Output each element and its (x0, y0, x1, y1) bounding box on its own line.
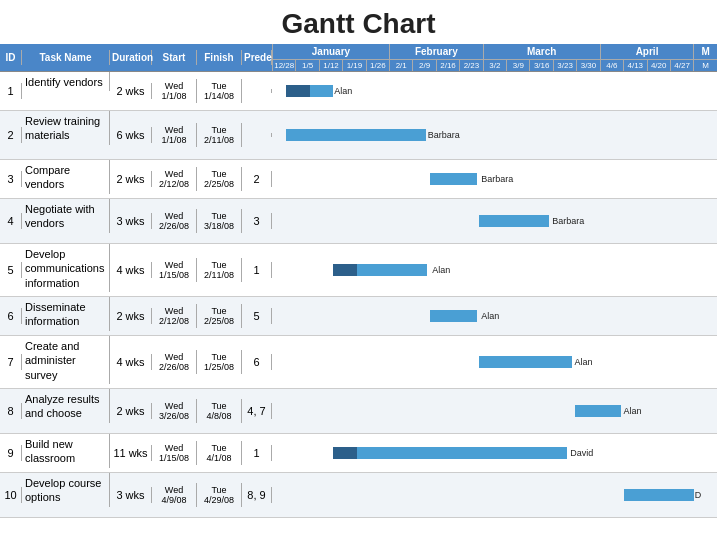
task-start: Wed 1/1/08 (152, 123, 197, 147)
task-start: Wed 1/1/08 (152, 79, 197, 103)
task-duration: 4 wks (110, 354, 152, 370)
task-duration: 3 wks (110, 213, 152, 229)
task-duration: 11 wks (110, 445, 152, 461)
week-label: 2/9 (412, 60, 435, 71)
task-start: Wed 4/9/08 (152, 483, 197, 507)
month-m: M (693, 44, 717, 59)
gantt-bar-dark (333, 264, 357, 276)
bar-label: Alan (481, 311, 499, 321)
table-row: 1 Identify vendors 2 wks Wed 1/1/08 Tue … (0, 72, 717, 111)
month-feb: February (389, 44, 483, 59)
task-gantt: Alan (272, 297, 717, 335)
week-label: 1/26 (366, 60, 389, 71)
header-start: Start (152, 50, 197, 65)
header-task: Task Name (22, 50, 110, 65)
header-finish: Finish (197, 50, 242, 65)
bar-label: D (695, 490, 702, 500)
task-start: Wed 1/15/08 (152, 441, 197, 465)
table-row: 8 Analyze results and choose 2 wks Wed 3… (0, 389, 717, 434)
task-pred: 1 (242, 262, 272, 278)
task-name: Review training materials (22, 111, 110, 145)
week-label: 3/23 (553, 60, 576, 71)
gantt-bar (430, 310, 477, 322)
task-id: 1 (0, 83, 22, 99)
week-label: M (693, 60, 716, 71)
task-pred (242, 133, 272, 137)
task-name: Disseminate information (22, 297, 110, 331)
task-gantt: David (272, 434, 717, 472)
month-apr: April (600, 44, 694, 59)
task-pred (242, 89, 272, 93)
table-row: 6 Disseminate information 2 wks Wed 2/12… (0, 297, 717, 336)
task-id: 9 (0, 445, 22, 461)
gantt-bar (286, 129, 426, 141)
week-label: 4/13 (623, 60, 646, 71)
header-duration: Duration (110, 50, 152, 65)
gantt-bar-dark (333, 447, 357, 459)
page-title: Gantt Chart (0, 0, 717, 44)
task-start: Wed 2/26/08 (152, 350, 197, 374)
bar-label: Barbara (428, 130, 460, 140)
bar-label: Alan (334, 86, 352, 96)
task-id: 5 (0, 262, 22, 278)
task-duration: 2 wks (110, 308, 152, 324)
month-jan: January (272, 44, 389, 59)
bar-label: Alan (432, 265, 450, 275)
gantt-bar (333, 447, 567, 459)
task-id: 6 (0, 308, 22, 324)
task-pred: 4, 7 (242, 403, 272, 419)
gantt-bar (575, 405, 622, 417)
task-pred: 5 (242, 308, 272, 324)
table-row: 3 Compare vendors 2 wks Wed 2/12/08 Tue … (0, 160, 717, 199)
table-row: 2 Review training materials 6 wks Wed 1/… (0, 111, 717, 160)
week-label: 1/19 (342, 60, 365, 71)
task-pred: 8, 9 (242, 487, 272, 503)
task-rows: 1 Identify vendors 2 wks Wed 1/1/08 Tue … (0, 72, 717, 518)
task-id: 8 (0, 403, 22, 419)
task-duration: 2 wks (110, 171, 152, 187)
task-name: Analyze results and choose (22, 389, 110, 423)
bar-label: Barbara (552, 216, 584, 226)
gantt-bar (430, 173, 477, 185)
task-start: Wed 2/26/08 (152, 209, 197, 233)
month-row: January February March April M (272, 44, 717, 60)
week-label: 2/16 (436, 60, 459, 71)
gantt-bar (479, 215, 549, 227)
gantt-bar (479, 356, 572, 368)
gantt-chart: ID Task Name Duration Start Finish Prede… (0, 44, 717, 518)
task-start: Wed 2/12/08 (152, 304, 197, 328)
gantt-bar-dark (286, 85, 310, 97)
table-header: ID Task Name Duration Start Finish Prede… (0, 44, 717, 72)
task-id: 7 (0, 354, 22, 370)
header-id: ID (0, 50, 22, 65)
table-row: 9 Build new classroom 11 wks Wed 1/15/08… (0, 434, 717, 473)
table-row: 7 Create and administer survey 4 wks Wed… (0, 336, 717, 389)
task-gantt: Alan (272, 72, 717, 110)
task-finish: Tue 4/8/08 (197, 399, 242, 423)
week-label: 3/2 (483, 60, 506, 71)
task-finish: Tue 3/18/08 (197, 209, 242, 233)
month-mar: March (483, 44, 600, 59)
task-gantt: Alan (272, 244, 717, 296)
bar-label: Barbara (481, 174, 513, 184)
week-label: 3/9 (506, 60, 529, 71)
task-finish: Tue 1/25/08 (197, 350, 242, 374)
week-label: 12/28 (272, 60, 295, 71)
task-gantt: D (272, 473, 717, 517)
task-gantt: Alan (272, 389, 717, 433)
task-finish: Tue 2/25/08 (197, 167, 242, 191)
task-duration: 2 wks (110, 403, 152, 419)
task-finish: Tue 2/11/08 (197, 258, 242, 282)
task-pred: 1 (242, 445, 272, 461)
task-name: Build new classroom (22, 434, 110, 468)
task-duration: 2 wks (110, 83, 152, 99)
task-duration: 6 wks (110, 127, 152, 143)
bar-label: Alan (624, 406, 642, 416)
task-id: 10 (0, 487, 22, 503)
bar-label: Alan (575, 357, 593, 367)
task-id: 2 (0, 127, 22, 143)
week-row: 12/281/51/121/191/262/12/92/162/233/23/9… (272, 60, 717, 71)
task-finish: Tue 1/14/08 (197, 79, 242, 103)
task-finish: Tue 4/1/08 (197, 441, 242, 465)
week-label: 1/5 (295, 60, 318, 71)
